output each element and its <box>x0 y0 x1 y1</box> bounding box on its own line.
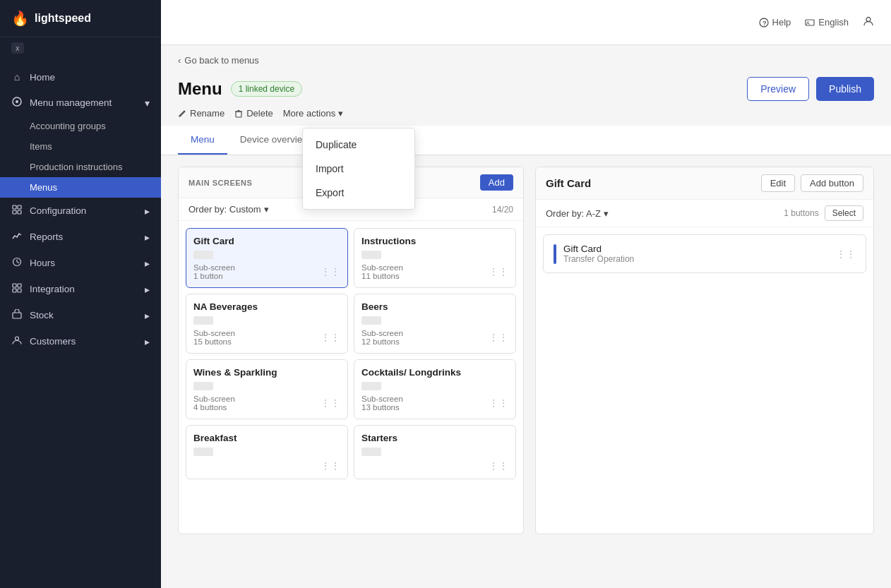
select-button[interactable]: Select <box>825 205 863 221</box>
main-screens-label: MAIN SCREENS <box>189 179 252 187</box>
sidebar-section-menu-management: Menu management ▾ Accounting groups Item… <box>0 90 161 198</box>
order-chevron-right: ▾ <box>604 208 609 219</box>
dropdown-item-export[interactable]: Export <box>303 181 414 205</box>
svg-rect-11 <box>13 289 16 292</box>
help-button[interactable]: ? Help <box>759 17 791 28</box>
button-sub: Transfer Operation <box>563 254 634 264</box>
screen-count: 14/20 <box>492 205 513 215</box>
svg-rect-13 <box>13 313 21 318</box>
sidebar-item-customers[interactable]: Customers ▸ <box>0 328 161 354</box>
buttons-list: Gift Card Transfer Operation ⋮⋮ <box>536 227 873 286</box>
add-screen-button[interactable]: Add <box>480 174 513 191</box>
panel-right-header: Gift Card Edit Add button <box>536 167 873 200</box>
help-icon: ? <box>759 18 769 28</box>
add-button-button[interactable]: Add button <box>801 174 863 192</box>
integration-chevron: ▸ <box>145 284 150 295</box>
sidebar-item-configuration[interactable]: Configuration ▸ <box>0 198 161 224</box>
right-panel-title: Gift Card <box>546 177 591 189</box>
button-name: Gift Card <box>563 244 634 254</box>
more-actions-dropdown: Duplicate Import Export <box>302 128 415 210</box>
screen-card-gift-card[interactable]: Gift Card Sub-screen 1 button ⋮⋮ <box>186 228 348 288</box>
sidebar-item-menu-management[interactable]: Menu management ▾ <box>0 90 161 116</box>
delete-icon <box>234 109 243 118</box>
screens-grid: Gift Card Sub-screen 1 button ⋮⋮ <box>179 221 523 486</box>
stock-chevron: ▸ <box>145 310 150 321</box>
card-handle-5: ⋮⋮ <box>489 397 508 409</box>
button-color-indicator <box>554 244 556 264</box>
svg-rect-2 <box>13 205 16 209</box>
screen-card-breakfast[interactable]: Breakfast ⋮⋮ <box>186 425 348 479</box>
reports-chevron: ▸ <box>145 232 150 243</box>
svg-rect-4 <box>13 210 16 214</box>
svg-text:A: A <box>806 20 810 25</box>
stock-icon <box>11 309 23 321</box>
sidebar-item-hours[interactable]: Hours ▸ <box>0 250 161 276</box>
user-icon <box>863 16 874 27</box>
order-bar-right: Order by: A-Z ▾ 1 buttons Select <box>536 200 873 227</box>
page-header: Menu 1 linked device Preview Publish <box>161 71 891 101</box>
sidebar-children-menu-management: Accounting groups Items Production instr… <box>0 116 161 198</box>
screen-card-starters[interactable]: Starters ⋮⋮ <box>354 425 516 479</box>
order-select-right[interactable]: Order by: A-Z ▾ <box>546 208 609 219</box>
back-arrow: ‹ <box>178 55 181 66</box>
svg-point-14 <box>16 337 19 340</box>
svg-text:?: ? <box>763 20 767 27</box>
menu-management-icon <box>11 97 23 109</box>
breadcrumb-link[interactable]: ‹ Go back to menus <box>178 55 874 66</box>
button-item-gift-card[interactable]: Gift Card Transfer Operation ⋮⋮ <box>543 234 866 273</box>
rename-icon <box>178 109 186 118</box>
more-actions-chevron: ▾ <box>338 108 343 119</box>
sidebar-item-production-instructions[interactable]: Production instructions <box>0 157 161 177</box>
customers-chevron: ▸ <box>145 336 150 347</box>
screen-card-info: Sub-screen 1 button ⋮⋮ <box>193 263 340 280</box>
sidebar-close[interactable]: x <box>0 37 161 59</box>
card-handle-2: ⋮⋮ <box>321 332 340 343</box>
sidebar-item-menus[interactable]: Menus <box>0 177 161 198</box>
tab-menu[interactable]: Menu <box>178 126 227 155</box>
language-icon: A <box>805 18 815 28</box>
dropdown-item-import[interactable]: Import <box>303 157 414 181</box>
svg-line-8 <box>17 262 19 263</box>
edit-button[interactable]: Edit <box>761 174 795 192</box>
sidebar-nav: ⌂ Home Menu management ▾ Accounting grou… <box>0 59 161 588</box>
user-menu[interactable] <box>863 16 874 30</box>
svg-point-1 <box>16 100 18 103</box>
page-title-area: Menu 1 linked device <box>178 79 302 99</box>
sidebar-item-accounting-groups[interactable]: Accounting groups <box>0 116 161 136</box>
screen-card-wines-sparkling[interactable]: Wines & Sparkling Sub-screen 4 buttons ⋮… <box>186 359 348 419</box>
dropdown-item-duplicate[interactable]: Duplicate <box>303 133 414 157</box>
logo-icon: 🔥 <box>11 10 29 27</box>
main-content: ? Help A English ‹ Go back to menus <box>161 0 891 588</box>
sidebar-item-home[interactable]: ⌂ Home <box>0 64 161 90</box>
home-icon: ⌂ <box>11 71 23 83</box>
hours-icon <box>11 257 23 269</box>
logo-area: 🔥 lightspeed <box>0 0 161 37</box>
language-selector[interactable]: A English <box>805 17 849 28</box>
screen-card-beers[interactable]: Beers Sub-screen 12 buttons ⋮⋮ <box>354 294 516 354</box>
rename-button[interactable]: Rename <box>178 108 225 119</box>
sidebar-item-stock[interactable]: Stock ▸ <box>0 302 161 328</box>
tabs-bar: Menu Device overview <box>161 126 891 155</box>
sidebar-item-reports[interactable]: Reports ▸ <box>0 224 161 250</box>
svg-rect-9 <box>13 284 16 287</box>
order-chevron-left: ▾ <box>264 204 269 215</box>
delete-button[interactable]: Delete <box>234 108 273 119</box>
svg-rect-3 <box>18 205 21 209</box>
screen-card-cocktails[interactable]: Cocktails/ Longdrinks Sub-screen 13 butt… <box>354 359 516 419</box>
page-actions: Preview Publish <box>747 77 874 101</box>
card-handle-6: ⋮⋮ <box>321 460 340 472</box>
sidebar-item-items[interactable]: Items <box>0 136 161 157</box>
integration-icon <box>11 283 23 295</box>
screen-card-instructions[interactable]: Instructions Sub-screen 11 buttons ⋮⋮ <box>354 228 516 288</box>
menu-management-chevron: ▾ <box>145 97 150 109</box>
preview-button[interactable]: Preview <box>747 77 809 101</box>
more-actions-button[interactable]: More actions ▾ <box>283 108 343 119</box>
order-select-left[interactable]: Order by: Custom ▾ <box>189 204 269 215</box>
screen-card-na-beverages[interactable]: NA Beverages Sub-screen 15 buttons ⋮⋮ <box>186 294 348 354</box>
publish-button[interactable]: Publish <box>816 77 874 101</box>
card-handle-1: ⋮⋮ <box>489 266 508 277</box>
svg-rect-10 <box>18 284 21 287</box>
sidebar-item-integration[interactable]: Integration ▸ <box>0 276 161 302</box>
button-handle: ⋮⋮ <box>836 248 856 260</box>
linked-device-badge: 1 linked device <box>231 81 302 97</box>
